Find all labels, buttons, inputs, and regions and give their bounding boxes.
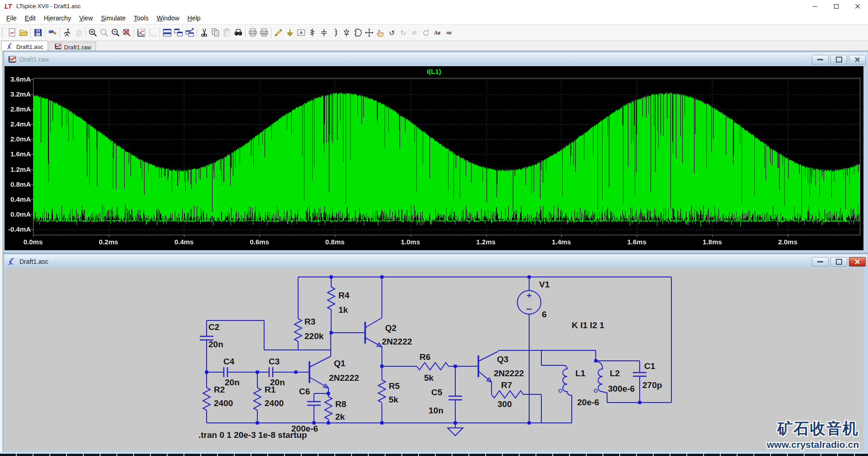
part-R5-ref[interactable]: R5 [389,382,400,390]
main-titlebar[interactable]: LT LTspice XVII - Draft1.asc [0,0,868,12]
plot-settings-icon[interactable] [135,26,147,39]
part-R3-ref[interactable]: R3 [304,317,315,326]
schematic-minimize-button[interactable] [812,257,829,267]
cut-icon[interactable] [198,26,210,39]
menu-tools[interactable]: Tools [130,13,153,24]
copy-icon[interactable] [210,26,221,39]
menu-simulate[interactable]: Simulate [97,13,130,24]
waveform-maximize-button[interactable] [830,55,847,64]
print-icon[interactable] [258,26,270,39]
place-ground-icon[interactable] [284,26,295,39]
control-panel-icon[interactable] [47,26,58,39]
part-L1-value[interactable]: 20e-6 [577,398,599,407]
part-L2-ref[interactable]: L2 [610,369,620,378]
spice-directive-icon[interactable]: .op [443,26,454,39]
part-R2-ref[interactable]: R2 [214,385,225,394]
part-Q3-value[interactable]: 2N2222 [494,369,524,378]
menu-hierarchy[interactable]: Hierarchy [40,13,75,24]
open-file-icon[interactable] [18,26,29,39]
part-Q2-ref[interactable]: Q2 [385,324,396,332]
part-C6-ref[interactable]: C6 [299,387,310,396]
tile-vertical-icon[interactable] [173,26,184,39]
part-R6-ref[interactable]: R6 [420,353,430,361]
part-C2-value[interactable]: 20n [208,340,223,349]
part-C4-value[interactable]: 20n [225,378,240,387]
part-R8-value[interactable]: 2k [335,412,345,421]
part-R6-value[interactable]: 5k [424,374,434,382]
trace-label[interactable]: I(L1) [427,68,441,75]
part-C3-ref[interactable]: C3 [269,357,280,366]
part-C1-value[interactable]: 270p [642,381,662,389]
part-C6-value[interactable]: 200e-6 [291,424,318,433]
part-R5-value[interactable]: 5k [389,395,398,404]
maximize-button[interactable] [825,0,847,12]
place-capacitor-icon[interactable] [318,26,329,39]
x-axis-tick-label: 1.6ms [621,238,653,246]
save-icon[interactable] [32,26,43,39]
tile-horizontal-icon[interactable] [161,26,173,39]
place-resistor-icon[interactable] [307,26,318,39]
schematic-window-titlebar[interactable]: Draft1.asc [5,255,867,268]
place-label-icon[interactable]: A [295,26,307,39]
zoom-out-icon[interactable] [110,26,121,39]
part-R1-ref[interactable]: R1 [265,385,275,394]
part-C4-ref[interactable]: C4 [223,357,234,366]
undo-icon[interactable]: ↺ [386,26,397,39]
menu-window[interactable]: Window [153,13,183,24]
menu-help[interactable]: Help [183,13,205,24]
waveform-minimize-button[interactable] [812,55,829,64]
part-Q1-value[interactable]: 2N2222 [329,374,359,382]
part-R2-value[interactable]: 2400 [214,399,233,407]
part-Q2-value[interactable]: 2N2222 [382,337,412,346]
schematic-close-button[interactable] [849,257,866,267]
minimize-icon [817,59,823,60]
part-C5-value[interactable]: 10n [429,406,444,415]
menu-edit[interactable]: Edit [21,13,40,24]
waveform-trace-canvas[interactable] [5,66,863,250]
part-R4-ref[interactable]: R4 [338,291,349,300]
schematic-maximize-button[interactable] [830,257,847,267]
zoom-full-extents-icon[interactable] [121,26,132,39]
part-R8-ref[interactable]: R8 [335,400,346,408]
part-R7-ref[interactable]: R7 [501,381,512,389]
new-schematic-icon[interactable] [6,26,18,39]
part-L2-value[interactable]: 300e-6 [608,384,635,393]
part-C1-ref[interactable]: C1 [644,362,655,370]
place-text-icon[interactable]: Aa [431,26,443,39]
place-component-icon[interactable] [352,26,363,39]
move-icon[interactable] [363,26,375,39]
part-C5-ref[interactable]: C5 [431,388,442,397]
find-icon[interactable] [232,26,244,39]
close-button[interactable] [847,0,868,12]
tran-directive[interactable]: .tran 0 1 20e-3 1e-8 startup [198,431,307,439]
menu-file[interactable]: File [2,13,21,24]
part-R1-value[interactable]: 2400 [265,399,284,407]
waveform-window-titlebar[interactable]: Draft1.raw [5,53,867,66]
part-R4-value[interactable]: 1k [338,306,348,314]
waveform-close-button[interactable] [849,55,866,64]
print-preview-icon[interactable] [247,26,258,39]
schematic-canvas[interactable]: K I1 I2 1 .tran 0 1 20e-3 1e-8 startup 矿… [5,268,863,451]
part-V1-value[interactable]: 6 [542,310,547,319]
part-Q3-ref[interactable]: Q3 [497,355,508,364]
menu-view[interactable]: View [75,13,97,24]
place-inductor-icon[interactable] [329,26,341,39]
part-R3-value[interactable]: 220k [304,332,323,340]
place-diode-icon[interactable] [341,26,352,39]
run-icon[interactable] [61,26,72,39]
waveform-plot-area[interactable]: I(L1) 3.6mA3.2mA2.8mA2.4mA2.0mA1.6mA1.2m… [5,66,863,250]
cascade-windows-icon[interactable] [184,26,195,39]
part-C2-ref[interactable]: C2 [208,323,219,331]
part-L1-ref[interactable]: L1 [575,369,585,378]
zoom-area-icon[interactable] [87,26,98,39]
part-V1-ref[interactable]: V1 [539,280,550,289]
x-axis-tick-label: 1.8ms [696,238,728,246]
part-Q1-ref[interactable]: Q1 [334,359,345,368]
part-R7-value[interactable]: 300 [497,400,512,408]
minimize-button[interactable] [804,0,825,12]
mutual-inductance-directive[interactable]: K I1 I2 1 [572,321,604,330]
drag-icon[interactable] [375,26,386,39]
toolbar-grip[interactable] [2,28,5,38]
draw-wire-icon[interactable] [273,26,284,39]
x-axis-tick-label: 0.6ms [244,238,275,246]
